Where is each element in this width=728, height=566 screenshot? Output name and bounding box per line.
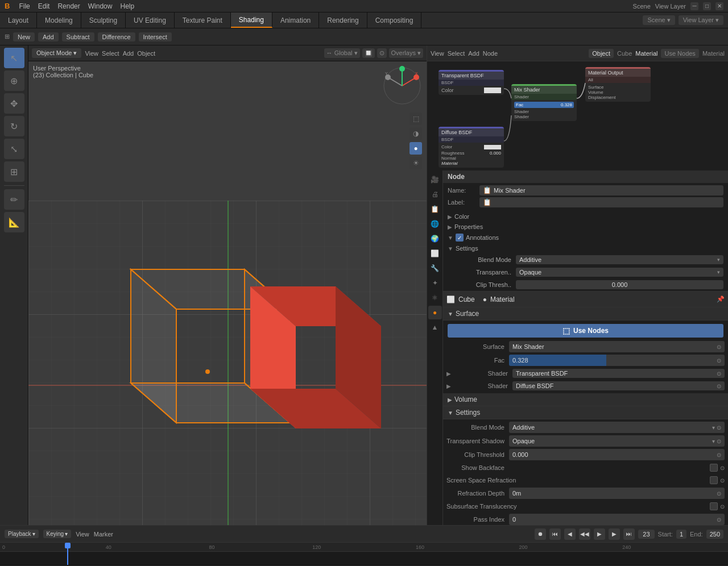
output-props-icon[interactable]: 🖨 xyxy=(428,188,442,201)
modifier-props-icon[interactable]: 🔧 xyxy=(428,261,442,275)
particles-props-icon[interactable]: ✦ xyxy=(428,276,442,290)
keying-btn[interactable]: Keying ▾ xyxy=(43,530,72,538)
menu-render[interactable]: Render xyxy=(54,1,83,11)
current-frame[interactable]: 23 xyxy=(638,530,654,539)
material-btn[interactable]: ● xyxy=(410,142,422,155)
viewlayer-dropdown[interactable]: View Layer ▾ xyxy=(679,15,723,25)
scale-tool-icon[interactable]: ⤡ xyxy=(4,139,24,159)
playhead-handle[interactable] xyxy=(65,543,71,548)
menu-window[interactable]: Window xyxy=(85,1,116,11)
marker-btn[interactable]: Marker xyxy=(94,531,113,538)
tab-rendering[interactable]: Rendering xyxy=(319,13,367,28)
select-tool-icon[interactable]: ↖ xyxy=(4,48,24,68)
ssr-checkbox[interactable] xyxy=(710,476,718,484)
name-field[interactable]: 📋 Mix Shader xyxy=(479,185,723,195)
sst-checkbox[interactable] xyxy=(710,502,718,510)
volume-section-header[interactable]: ▶ Volume xyxy=(443,393,728,406)
proportional-btn[interactable]: ⊙ xyxy=(377,48,387,58)
view-btn[interactable]: View xyxy=(76,531,89,538)
shader2-val[interactable]: Diffuse BSDF ⊙ xyxy=(512,381,725,390)
tab-compositing[interactable]: Compositing xyxy=(367,13,422,28)
wireframe-btn[interactable]: ⬚ xyxy=(410,113,422,125)
global-dropdown[interactable]: ↔ Global ▾ xyxy=(324,48,360,58)
playhead[interactable] xyxy=(67,543,68,565)
color-swatch[interactable] xyxy=(484,88,501,93)
clip-threshold-val[interactable]: 0.000 ⊙ xyxy=(509,449,725,460)
use-nodes-btn[interactable]: Use Nodes xyxy=(661,49,698,58)
label-field[interactable]: 📋 xyxy=(479,197,723,207)
settings-section-header[interactable]: ▼ Settings xyxy=(443,406,728,419)
render-props-icon[interactable]: 🎥 xyxy=(428,173,442,186)
cursor-tool-icon[interactable]: ⊕ xyxy=(4,70,24,91)
tab-modeling[interactable]: Modeling xyxy=(37,13,81,28)
pin-icon[interactable]: 📌 xyxy=(717,296,725,303)
fac-field-val[interactable]: 0.328 ⊙ xyxy=(509,355,725,366)
shader2-expand[interactable]: ▶ xyxy=(446,383,456,389)
use-nodes-main-btn[interactable]: ⬚ Use Nodes xyxy=(448,324,723,338)
overlay-btn[interactable]: Overlays ▾ xyxy=(389,48,423,58)
subtract-button[interactable]: Subtract xyxy=(62,32,94,41)
jump-start-btn[interactable]: ⏮ xyxy=(549,528,561,540)
minimize-btn[interactable]: ─ xyxy=(690,2,698,10)
tab-uv-editing[interactable]: UV Editing xyxy=(126,13,175,28)
scene-dropdown[interactable]: Scene ▾ xyxy=(643,15,675,25)
material-dropdown[interactable]: Material xyxy=(702,50,725,57)
material-props-icon[interactable]: ● xyxy=(428,306,442,319)
node-select-menu[interactable]: Select xyxy=(448,50,465,57)
fac-row[interactable]: Fac 0.328 xyxy=(514,102,574,108)
difference-button[interactable]: Difference xyxy=(98,32,135,41)
pass-index-val[interactable]: 0 ⊙ xyxy=(509,514,725,525)
color-section[interactable]: ▶ Color xyxy=(443,211,728,222)
tab-texture-paint[interactable]: Texture Paint xyxy=(175,13,231,28)
play-btn[interactable]: ▶ xyxy=(594,528,605,540)
jump-end-btn[interactable]: ⏭ xyxy=(623,528,635,540)
snap-btn[interactable]: 🔲 xyxy=(362,48,375,58)
node-view-menu[interactable]: View xyxy=(431,50,444,57)
clip-thresh-value-node[interactable]: 0.000 xyxy=(516,280,723,289)
physics-props-icon[interactable]: ⚛ xyxy=(428,291,442,305)
object-menu[interactable]: Object xyxy=(137,50,155,57)
settings-row-header[interactable]: ▼ Settings xyxy=(443,243,728,253)
timeline-track[interactable]: 0 40 80 120 160 200 240 xyxy=(0,543,728,565)
annotations-row[interactable]: ▼ ✓ Annotations xyxy=(443,232,728,243)
next-frame-btn[interactable]: ▶ xyxy=(609,528,620,540)
record-btn[interactable]: ⏺ xyxy=(535,528,546,540)
intersect-button[interactable]: Intersect xyxy=(139,32,172,41)
tab-shading[interactable]: Shading xyxy=(231,13,272,28)
node-transparent-bsdf[interactable]: Transparent BSDF BSDF Color xyxy=(439,70,504,95)
surface-section-header[interactable]: ▼ Surface xyxy=(443,307,728,321)
add-button[interactable]: Add xyxy=(38,32,59,41)
measure-icon[interactable]: 📐 xyxy=(4,212,24,232)
object-mode-dropdown[interactable]: Object Mode ▾ xyxy=(32,48,81,58)
transparent-select-node[interactable]: Opaque ▾ xyxy=(516,268,723,277)
maximize-btn[interactable]: □ xyxy=(703,2,711,10)
view-menu[interactable]: View xyxy=(85,50,98,57)
tab-layout[interactable]: Layout xyxy=(0,13,37,28)
solid-btn[interactable]: ◑ xyxy=(410,127,422,140)
node-graph[interactable]: Transparent BSDF BSDF Color Mix Shader S… xyxy=(427,61,728,170)
transform-tool-icon[interactable]: ⊞ xyxy=(4,161,24,182)
annotate-icon[interactable]: ✏ xyxy=(4,189,24,210)
world-props-icon[interactable]: 🌍 xyxy=(428,232,442,245)
viewport-gizmo[interactable]: X Y Z xyxy=(382,66,422,106)
object-props-icon[interactable]: ⬜ xyxy=(428,247,442,260)
show-backface-checkbox[interactable] xyxy=(710,464,718,472)
node-material-output[interactable]: Material Output All Surface Volume Displ… xyxy=(585,67,651,102)
tab-animation[interactable]: Animation xyxy=(272,13,319,28)
viewport-3d[interactable]: User Perspective (23) Collection | Cube xyxy=(28,61,427,525)
shader1-expand[interactable]: ▶ xyxy=(446,371,456,377)
move-tool-icon[interactable]: ✥ xyxy=(4,93,24,114)
add-menu[interactable]: Add xyxy=(123,50,134,57)
node-mix-shader[interactable]: Mix Shader Shader Fac 0.328 Shader Shade… xyxy=(511,84,577,121)
transparent-shadow-val[interactable]: Opaque ▾ ⊙ xyxy=(509,435,725,447)
node-add-menu[interactable]: Add xyxy=(468,50,479,57)
blend-mode-select-node[interactable]: Additive ▾ xyxy=(516,255,723,264)
diffuse-color-swatch[interactable] xyxy=(484,145,501,149)
select-menu[interactable]: Select xyxy=(102,50,119,57)
shader1-val[interactable]: Transparent BSDF ⊙ xyxy=(512,369,725,378)
tab-sculpting[interactable]: Sculpting xyxy=(81,13,126,28)
node-diffuse-bsdf[interactable]: Diffuse BSDF BSDF Color Roughness 0.000 … xyxy=(439,127,504,168)
start-frame[interactable]: 1 xyxy=(676,530,686,539)
annotations-checkbox[interactable]: ✓ xyxy=(456,234,464,242)
end-frame[interactable]: 250 xyxy=(706,530,723,539)
